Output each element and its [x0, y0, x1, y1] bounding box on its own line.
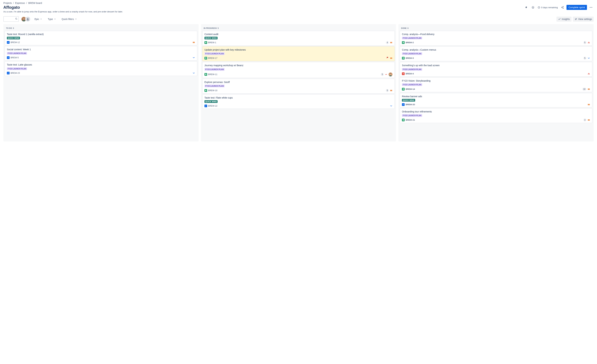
issue-type-story-icon — [204, 57, 207, 59]
issue-type-task-icon — [402, 103, 405, 106]
breadcrumb-project[interactable]: Espresso — [15, 2, 25, 4]
column-header: IN PROGRESS 5 — [202, 25, 395, 31]
issue-card[interactable]: Explore personas: GeoffFY23 LAUNCH PLANB… — [202, 79, 395, 94]
card-labels: FY23 LAUNCH PLAN — [7, 52, 195, 55]
insights-label: Insights — [562, 18, 570, 20]
issue-key[interactable]: BREW-10 — [208, 89, 217, 92]
issue-key[interactable]: BREW-5 — [11, 56, 19, 59]
epic-label[interactable]: FY23 LAUNCH PLAN — [402, 68, 422, 71]
story-points-badge: 3 — [583, 119, 586, 121]
epic-label[interactable]: FY23 LAUNCH PLAN — [7, 52, 27, 55]
card-footer-left: BREW-4 — [402, 72, 414, 75]
quick-filters-label: Quick filters — [62, 18, 74, 20]
issue-card[interactable]: Social content: Week 1FY23 LAUNCH PLANBR… — [5, 46, 197, 61]
breadcrumb: Projects / Espresso / BREW board — [3, 2, 594, 4]
card-footer-right — [588, 103, 590, 106]
card-footer: BREW-22 — [204, 105, 393, 107]
issue-card[interactable]: Journey mapping workshop w/ BeanzFY23 LA… — [202, 62, 395, 78]
epic-label[interactable]: FY23 LAUNCH PLAN — [7, 67, 27, 70]
view-settings-button[interactable]: View settings — [573, 16, 594, 22]
automation-icon[interactable] — [524, 5, 529, 10]
card-footer-right: 5 — [381, 72, 393, 76]
epic-label[interactable]: QUICK WINS — [7, 37, 20, 40]
svg-point-4 — [590, 7, 590, 8]
card-labels: QUICK WINS — [204, 100, 393, 103]
column-inprogress: IN PROGRESS 5Content auditQUICK WINSBREW… — [201, 24, 396, 142]
share-icon[interactable] — [560, 5, 565, 10]
ellipsis-icon — [589, 6, 593, 9]
issue-key[interactable]: BREW-12 — [11, 41, 20, 44]
issue-key[interactable]: BREW-17 — [208, 57, 217, 59]
card-assignee-avatar[interactable] — [388, 72, 393, 76]
issue-card[interactable]: Content auditQUICK WINSBREW-14 — [202, 31, 395, 46]
issue-card[interactable]: Review banner adsQUICK WINSBREW-20 — [400, 93, 592, 107]
issue-card[interactable]: Onboarding tour refinementsFY23 LAUNCH P… — [400, 108, 592, 123]
issue-key[interactable]: BREW-22 — [208, 105, 217, 107]
epic-filter[interactable]: Epic — [33, 17, 44, 22]
issue-card[interactable]: Taste test: Round 1 (vanilla extract)QUI… — [5, 31, 197, 45]
column-todo: TO DO 3Taste test: Round 1 (vanilla extr… — [3, 24, 199, 142]
epic-label[interactable]: FY23 LAUNCH PLAN — [402, 37, 422, 40]
more-actions-button[interactable] — [588, 5, 594, 10]
priority-medium-icon — [390, 57, 393, 59]
issue-card[interactable]: Something's up with the load screenFY23 … — [400, 62, 592, 76]
issue-key[interactable]: BREW-2 — [406, 41, 414, 44]
epic-label[interactable]: FY23 LAUNCH PLAN — [204, 85, 225, 87]
priority-medium-icon — [588, 103, 590, 106]
epic-label[interactable]: QUICK WINS — [402, 99, 415, 102]
issue-key[interactable]: BREW-11 — [208, 73, 217, 76]
card-labels: FY23 LAUNCH PLAN — [402, 52, 590, 55]
search-box[interactable] — [3, 16, 19, 22]
svg-point-15 — [390, 73, 391, 75]
issue-key[interactable]: BREW-23 — [11, 72, 20, 74]
issue-key[interactable]: BREW-14 — [406, 88, 415, 90]
epic-label[interactable]: FY23 LAUNCH PLAN — [402, 114, 422, 117]
board-columns: TO DO 3Taste test: Round 1 (vanilla extr… — [3, 24, 594, 142]
card-footer: BREW-25 — [402, 41, 590, 44]
priority-low-icon — [192, 72, 195, 74]
type-filter[interactable]: Type — [46, 17, 57, 22]
card-title: Journey mapping workshop w/ Beanz — [204, 64, 393, 67]
column-count: 3 — [13, 27, 14, 29]
priority-medium-icon — [390, 41, 393, 44]
issue-card[interactable]: FY23 Vision: StoryboardingFY23 LAUNCH PL… — [400, 77, 592, 92]
priority-medium-icon — [390, 89, 393, 92]
column-name: TO DO — [6, 27, 12, 29]
issue-key[interactable]: BREW-3 — [406, 57, 414, 59]
card-labels: FY23 LAUNCH PLAN — [402, 83, 590, 86]
issue-key[interactable]: BREW-20 — [406, 103, 415, 106]
issue-card[interactable]: Comp. analysis—Food deliveryFY23 LAUNCH … — [400, 31, 592, 46]
issue-type-story-icon — [204, 89, 207, 92]
issue-type-task-icon — [7, 41, 9, 44]
settings-icon — [574, 18, 577, 20]
issue-key[interactable]: BREW-4 — [406, 72, 414, 75]
epic-label[interactable]: FY23 LAUNCH PLAN — [402, 52, 422, 55]
insights-button[interactable]: Insights — [557, 16, 572, 22]
issue-key[interactable]: BREW-1 — [208, 41, 216, 44]
issue-type-story-icon — [402, 88, 405, 90]
add-people-button[interactable] — [25, 16, 31, 22]
issue-card[interactable]: Update project plan with key milestonesF… — [202, 47, 395, 61]
star-icon[interactable] — [530, 5, 536, 10]
epic-label[interactable]: QUICK WINS — [204, 100, 218, 103]
card-footer-left: BREW-10 — [204, 89, 217, 92]
epic-label[interactable]: FY23 LAUNCH PLAN — [204, 68, 225, 71]
quick-filters[interactable]: Quick filters — [60, 17, 79, 22]
card-footer-left: BREW-23 — [7, 72, 20, 74]
complete-sprint-button[interactable]: Complete sprint — [566, 5, 587, 10]
column-done: DONE 6Comp. analysis—Food deliveryFY23 L… — [398, 24, 594, 142]
card-footer-right — [390, 105, 393, 107]
epic-label[interactable]: FY23 LAUNCH PLAN — [402, 83, 422, 86]
epic-label[interactable]: QUICK WINS — [204, 37, 218, 40]
column-header: DONE 6 — [399, 25, 593, 31]
breadcrumb-projects[interactable]: Projects — [3, 2, 12, 4]
issue-card[interactable]: Taste test: Flate white cupsQUICK WINSBR… — [202, 94, 395, 109]
story-points-badge: 10 — [582, 88, 586, 91]
issue-key[interactable]: BREW-21 — [406, 119, 415, 121]
issue-card[interactable]: Taste test: Latte glassesFY23 LAUNCH PLA… — [5, 61, 197, 76]
breadcrumb-board[interactable]: BREW board — [28, 2, 42, 4]
days-remaining[interactable]: 0 days remaining — [537, 6, 558, 9]
issue-card[interactable]: Comp. analysis—Custom menusFY23 LAUNCH P… — [400, 47, 592, 61]
card-title: Taste test: Flate white cups — [204, 96, 393, 99]
epic-label[interactable]: FY23 LAUNCH PLAN — [204, 52, 225, 55]
